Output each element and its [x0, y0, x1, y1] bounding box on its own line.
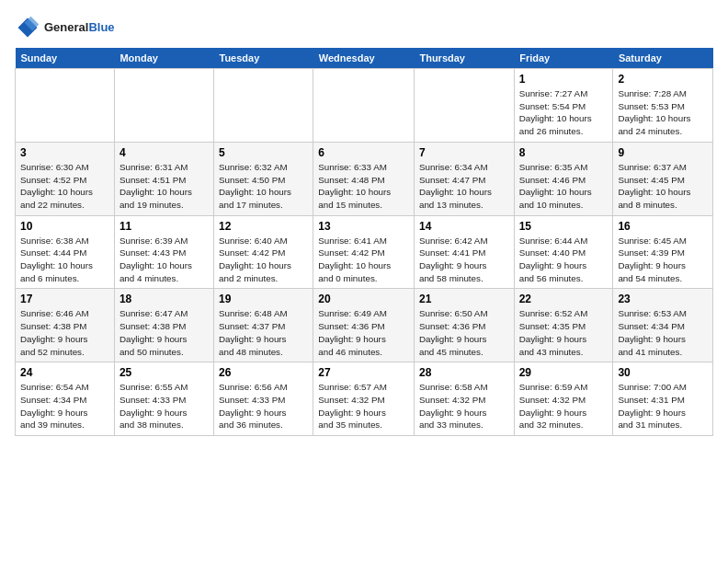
day-info: Sunrise: 6:38 AM Sunset: 4:44 PM Dayligh…: [20, 235, 109, 285]
day-cell: 10Sunrise: 6:38 AM Sunset: 4:44 PM Dayli…: [16, 215, 115, 289]
day-number: 28: [419, 366, 509, 379]
day-info: Sunrise: 6:49 AM Sunset: 4:36 PM Dayligh…: [318, 307, 409, 358]
day-number: 13: [318, 220, 409, 233]
week-row-5: 24Sunrise: 6:54 AM Sunset: 4:34 PM Dayli…: [16, 362, 713, 436]
day-number: 19: [219, 293, 308, 305]
day-info: Sunrise: 6:44 AM Sunset: 4:40 PM Dayligh…: [519, 235, 609, 285]
day-number: 1: [519, 73, 609, 86]
day-cell: 28Sunrise: 6:58 AM Sunset: 4:32 PM Dayli…: [414, 362, 514, 436]
day-cell: 21Sunrise: 6:50 AM Sunset: 4:36 PM Dayli…: [414, 289, 514, 362]
header-row: SundayMondayTuesdayWednesdayThursdayFrid…: [16, 48, 713, 69]
day-number: 27: [318, 366, 409, 379]
day-cell: 6Sunrise: 6:33 AM Sunset: 4:48 PM Daylig…: [313, 142, 415, 215]
day-cell: 19Sunrise: 6:48 AM Sunset: 4:37 PM Dayli…: [214, 289, 313, 362]
day-cell: 30Sunrise: 7:00 AM Sunset: 4:31 PM Dayli…: [613, 362, 713, 436]
day-info: Sunrise: 6:56 AM Sunset: 4:33 PM Dayligh…: [219, 381, 308, 431]
day-cell: 25Sunrise: 6:55 AM Sunset: 4:33 PM Dayli…: [114, 362, 213, 436]
day-info: Sunrise: 6:32 AM Sunset: 4:50 PM Dayligh…: [219, 161, 308, 212]
col-header-tuesday: Tuesday: [214, 48, 313, 69]
week-row-2: 3Sunrise: 6:30 AM Sunset: 4:52 PM Daylig…: [16, 142, 713, 215]
day-cell: 22Sunrise: 6:52 AM Sunset: 4:35 PM Dayli…: [514, 289, 613, 362]
day-cell: 1Sunrise: 7:27 AM Sunset: 5:54 PM Daylig…: [514, 69, 613, 143]
col-header-thursday: Thursday: [414, 48, 514, 69]
day-info: Sunrise: 6:57 AM Sunset: 4:32 PM Dayligh…: [318, 381, 409, 431]
day-cell: 9Sunrise: 6:37 AM Sunset: 4:45 PM Daylig…: [613, 142, 713, 215]
day-number: 20: [318, 293, 409, 305]
day-number: 16: [618, 220, 708, 233]
day-cell: [114, 69, 213, 143]
day-number: 22: [519, 293, 609, 305]
day-info: Sunrise: 6:34 AM Sunset: 4:47 PM Dayligh…: [419, 161, 509, 212]
day-number: 14: [419, 220, 509, 233]
day-cell: 27Sunrise: 6:57 AM Sunset: 4:32 PM Dayli…: [313, 362, 415, 436]
day-cell: 8Sunrise: 6:35 AM Sunset: 4:46 PM Daylig…: [514, 142, 613, 215]
day-cell: 4Sunrise: 6:31 AM Sunset: 4:51 PM Daylig…: [114, 142, 213, 215]
day-number: 4: [119, 146, 209, 159]
day-info: Sunrise: 6:30 AM Sunset: 4:52 PM Dayligh…: [20, 161, 109, 212]
day-info: Sunrise: 7:28 AM Sunset: 5:53 PM Dayligh…: [618, 87, 708, 138]
day-cell: 7Sunrise: 6:34 AM Sunset: 4:47 PM Daylig…: [414, 142, 514, 215]
day-info: Sunrise: 6:50 AM Sunset: 4:36 PM Dayligh…: [419, 307, 509, 358]
day-number: 12: [219, 220, 308, 233]
day-info: Sunrise: 6:53 AM Sunset: 4:34 PM Dayligh…: [618, 307, 708, 358]
day-info: Sunrise: 6:31 AM Sunset: 4:51 PM Dayligh…: [119, 161, 209, 212]
day-cell: 15Sunrise: 6:44 AM Sunset: 4:40 PM Dayli…: [514, 215, 613, 289]
day-number: 29: [519, 366, 609, 379]
day-cell: 24Sunrise: 6:54 AM Sunset: 4:34 PM Dayli…: [16, 362, 115, 436]
day-info: Sunrise: 6:52 AM Sunset: 4:35 PM Dayligh…: [519, 307, 609, 358]
day-info: Sunrise: 7:00 AM Sunset: 4:31 PM Dayligh…: [618, 381, 708, 431]
day-cell: 26Sunrise: 6:56 AM Sunset: 4:33 PM Dayli…: [214, 362, 313, 436]
day-info: Sunrise: 6:41 AM Sunset: 4:42 PM Dayligh…: [318, 235, 409, 285]
day-cell: 16Sunrise: 6:45 AM Sunset: 4:39 PM Dayli…: [613, 215, 713, 289]
col-header-sunday: Sunday: [16, 48, 115, 69]
day-number: 3: [20, 146, 109, 159]
day-number: 8: [519, 146, 609, 159]
day-number: 23: [618, 293, 708, 305]
week-row-1: 1Sunrise: 7:27 AM Sunset: 5:54 PM Daylig…: [16, 69, 713, 143]
day-info: Sunrise: 6:39 AM Sunset: 4:43 PM Dayligh…: [119, 235, 209, 285]
col-header-friday: Friday: [514, 48, 613, 69]
day-cell: [414, 69, 514, 143]
day-cell: 13Sunrise: 6:41 AM Sunset: 4:42 PM Dayli…: [313, 215, 415, 289]
day-number: 30: [618, 366, 708, 379]
calendar-table: SundayMondayTuesdayWednesdayThursdayFrid…: [15, 48, 713, 436]
day-info: Sunrise: 6:54 AM Sunset: 4:34 PM Dayligh…: [20, 381, 109, 431]
day-info: Sunrise: 6:33 AM Sunset: 4:48 PM Dayligh…: [318, 161, 409, 212]
day-info: Sunrise: 6:46 AM Sunset: 4:38 PM Dayligh…: [20, 307, 109, 358]
day-info: Sunrise: 6:45 AM Sunset: 4:39 PM Dayligh…: [618, 235, 708, 285]
day-number: 5: [219, 146, 308, 159]
day-cell: 3Sunrise: 6:30 AM Sunset: 4:52 PM Daylig…: [16, 142, 115, 215]
week-row-3: 10Sunrise: 6:38 AM Sunset: 4:44 PM Dayli…: [16, 215, 713, 289]
day-number: 24: [20, 366, 109, 379]
col-header-monday: Monday: [114, 48, 213, 69]
day-info: Sunrise: 6:40 AM Sunset: 4:42 PM Dayligh…: [219, 235, 308, 285]
day-cell: [214, 69, 313, 143]
col-header-saturday: Saturday: [613, 48, 713, 69]
day-number: 7: [419, 146, 509, 159]
col-header-wednesday: Wednesday: [313, 48, 415, 69]
day-cell: 2Sunrise: 7:28 AM Sunset: 5:53 PM Daylig…: [613, 69, 713, 143]
day-number: 18: [119, 293, 209, 305]
day-info: Sunrise: 6:47 AM Sunset: 4:38 PM Dayligh…: [119, 307, 209, 358]
day-cell: 18Sunrise: 6:47 AM Sunset: 4:38 PM Dayli…: [114, 289, 213, 362]
day-number: 6: [318, 146, 409, 159]
day-number: 26: [219, 366, 308, 379]
day-info: Sunrise: 6:37 AM Sunset: 4:45 PM Dayligh…: [618, 161, 708, 212]
day-cell: 20Sunrise: 6:49 AM Sunset: 4:36 PM Dayli…: [313, 289, 415, 362]
logo-icon: [15, 15, 40, 40]
day-number: 11: [119, 220, 209, 233]
logo: GeneralBlue: [15, 15, 115, 40]
day-info: Sunrise: 6:48 AM Sunset: 4:37 PM Dayligh…: [219, 307, 308, 358]
day-cell: 29Sunrise: 6:59 AM Sunset: 4:32 PM Dayli…: [514, 362, 613, 436]
day-number: 2: [618, 73, 708, 86]
logo-text: GeneralBlue: [44, 20, 115, 35]
day-number: 21: [419, 293, 509, 305]
day-info: Sunrise: 6:59 AM Sunset: 4:32 PM Dayligh…: [519, 381, 609, 431]
day-info: Sunrise: 6:35 AM Sunset: 4:46 PM Dayligh…: [519, 161, 609, 212]
day-cell: 14Sunrise: 6:42 AM Sunset: 4:41 PM Dayli…: [414, 215, 514, 289]
week-row-4: 17Sunrise: 6:46 AM Sunset: 4:38 PM Dayli…: [16, 289, 713, 362]
day-number: 10: [20, 220, 109, 233]
day-number: 15: [519, 220, 609, 233]
day-info: Sunrise: 6:42 AM Sunset: 4:41 PM Dayligh…: [419, 235, 509, 285]
day-cell: 11Sunrise: 6:39 AM Sunset: 4:43 PM Dayli…: [114, 215, 213, 289]
